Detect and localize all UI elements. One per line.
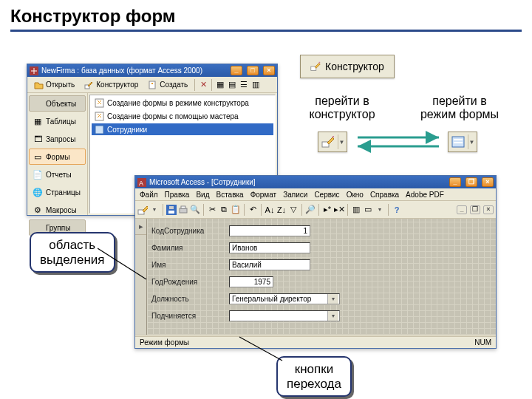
menu-item[interactable]: Правка: [165, 191, 190, 199]
callout-line: [238, 335, 290, 365]
menu-item[interactable]: Окно: [347, 191, 364, 199]
cut-button[interactable]: ✂: [207, 205, 217, 215]
page-title: Конструктор форм: [0, 0, 532, 27]
menu-item[interactable]: Сервис: [314, 191, 339, 199]
chevron-down-icon[interactable]: ▼: [375, 205, 385, 215]
nav-label: Отчеты: [46, 171, 72, 179]
doc-minimize-button[interactable]: _: [457, 205, 467, 214]
form-row: Подчиняется: [151, 307, 491, 324]
form-row: КодСотрудника1: [151, 222, 491, 239]
menu-item[interactable]: Записи: [283, 191, 307, 199]
database-toolbar: Открыть Конструктор Создать ✕ ▦ ▤ ☰ ▥: [27, 77, 277, 93]
doc-restore-button[interactable]: ❐: [470, 205, 480, 214]
nav-item[interactable]: ▦Таблицы: [29, 113, 86, 129]
create-button[interactable]: Создать: [143, 78, 191, 92]
close-button[interactable]: ×: [482, 177, 494, 187]
design-icon: [83, 80, 94, 90]
doc-close-button[interactable]: ×: [483, 205, 494, 214]
paste-button[interactable]: 📋: [231, 205, 241, 215]
nav-item[interactable]: 🗔Запросы: [29, 131, 86, 147]
maximize-button[interactable]: □: [247, 66, 259, 75]
nav-label: Таблицы: [46, 117, 76, 126]
help-button[interactable]: ?: [392, 205, 402, 215]
delete-record-button[interactable]: ▸✕: [334, 205, 344, 215]
new-record-button[interactable]: ▸*: [322, 205, 332, 215]
combo-field[interactable]: [229, 310, 340, 321]
form-titlebar: A Microsoft Access - [Сотрудники] _ ❐ ×: [135, 176, 496, 188]
filter-button[interactable]: ▽: [288, 205, 299, 215]
icons-small-button[interactable]: ▤: [227, 80, 237, 90]
nav-label: Объекты: [46, 100, 76, 108]
form-view-toolbar-button[interactable]: ▼: [448, 132, 477, 152]
menu-item[interactable]: Adobe PDF: [406, 191, 444, 199]
nav-item[interactable]: ▭Формы: [29, 149, 86, 165]
list-item[interactable]: Сотрудники: [92, 123, 273, 135]
sort-desc-button[interactable]: Z↓: [276, 205, 287, 215]
text-field[interactable]: Иванов: [229, 242, 310, 253]
copy-button[interactable]: ⧉: [219, 205, 229, 215]
chevron-down-icon[interactable]: ▼: [149, 205, 160, 215]
field-label: Фамилия: [151, 244, 222, 252]
minimize-button[interactable]: _: [449, 177, 461, 187]
print-button[interactable]: [178, 205, 188, 215]
field-label: Имя: [151, 261, 222, 269]
restore-button[interactable]: ❐: [466, 177, 477, 187]
design-button-label: Конструктор: [325, 61, 384, 72]
list-button[interactable]: ☰: [239, 80, 249, 90]
text-field[interactable]: Василий: [229, 259, 310, 270]
db-window-button[interactable]: ▥: [351, 205, 361, 215]
preview-button[interactable]: 🔍: [190, 205, 200, 215]
svg-rect-3: [332, 136, 334, 137]
field-label: КодСотрудника: [151, 227, 222, 235]
sort-asc-button[interactable]: A↓: [265, 205, 275, 215]
menu-item[interactable]: Справка: [370, 191, 399, 199]
delete-button[interactable]: ✕: [198, 80, 208, 90]
chevron-down-icon[interactable]: ▼: [338, 134, 345, 149]
chevron-down-icon[interactable]: ▼: [468, 134, 475, 149]
svg-rect-21: [180, 208, 187, 213]
nav-label: Группы: [46, 224, 70, 232]
menu-item[interactable]: Вставка: [216, 191, 243, 199]
save-button[interactable]: [166, 205, 177, 215]
close-button[interactable]: ×: [263, 66, 275, 75]
combo-field[interactable]: Генеральный директор: [229, 293, 340, 304]
svg-rect-5: [454, 139, 463, 140]
nav-label: Макросы: [46, 206, 77, 214]
nav-icon: ⚙: [33, 205, 43, 215]
nav-item[interactable]: 📄Отчеты: [29, 166, 86, 183]
open-button[interactable]: Открыть: [30, 78, 78, 92]
list-item[interactable]: Создание формы в режиме конструктора: [92, 97, 273, 109]
undo-button[interactable]: ↶: [248, 205, 258, 215]
design-button[interactable]: Конструктор: [80, 78, 142, 92]
database-titlebar: NewFirma : база данных (формат Access 20…: [27, 64, 277, 77]
bidirectional-arrows-icon: [352, 130, 445, 154]
svg-line-24: [239, 337, 282, 361]
form-button[interactable]: ▭: [363, 205, 373, 215]
form-row: ИмяВасилий: [151, 256, 491, 273]
annotation-go-form: перейти в режим формы: [415, 95, 504, 122]
design-view-toolbar-button[interactable]: ▼: [318, 132, 347, 152]
field-label: Должность: [151, 295, 222, 303]
nav-icon: ▭: [33, 151, 43, 162]
nav-item[interactable]: ⚙Макросы: [29, 202, 86, 218]
object-nav-pane: Объекты▦Таблицы🗔Запросы▭Формы📄Отчеты🌐Стр…: [27, 93, 88, 215]
nav-item[interactable]: 🌐Страницы: [29, 184, 86, 200]
field-label: ГодРождения: [151, 278, 222, 286]
form-row: ФамилияИванов: [151, 239, 491, 256]
menu-item[interactable]: Формат: [250, 191, 277, 199]
list-label: Создание формы с помощью мастера: [107, 112, 239, 120]
text-field[interactable]: 1: [229, 225, 310, 236]
minimize-button[interactable]: _: [231, 66, 242, 75]
text-field[interactable]: 1975: [229, 276, 273, 287]
menu-item[interactable]: Вид: [196, 191, 209, 199]
svg-rect-22: [181, 206, 185, 208]
menu-item[interactable]: Файл: [140, 191, 158, 199]
nav-icon: 🌐: [33, 187, 43, 197]
nav-icon: 🗔: [33, 134, 43, 144]
view-button[interactable]: [137, 205, 148, 215]
details-button[interactable]: ▥: [250, 80, 261, 90]
find-button[interactable]: 🔎: [305, 205, 316, 215]
design-view-large-button[interactable]: Конструктор: [300, 55, 395, 78]
list-item[interactable]: Создание формы с помощью мастера: [92, 110, 273, 122]
icons-large-button[interactable]: ▦: [215, 80, 225, 90]
